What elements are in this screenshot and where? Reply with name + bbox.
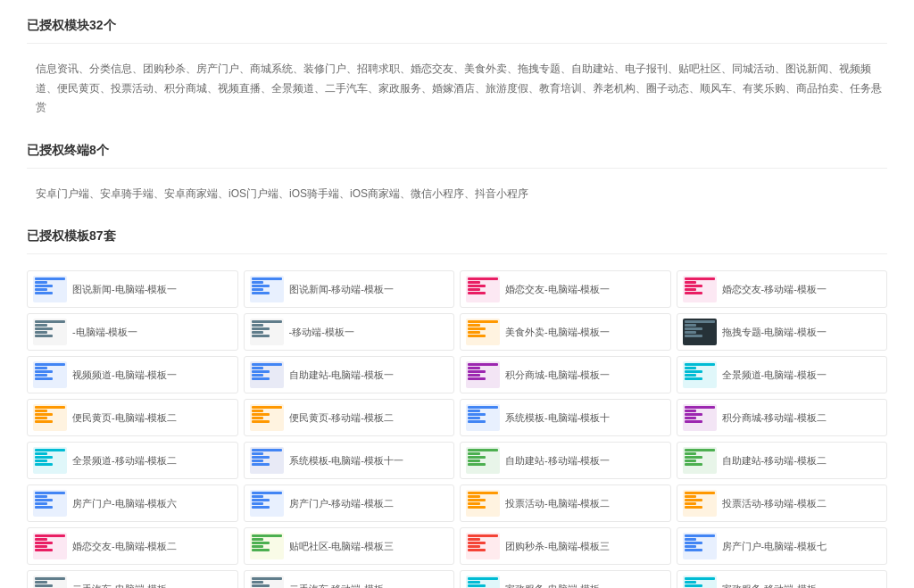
template-thumbnail (466, 533, 500, 559)
template-item[interactable]: 二手汽车-移动端-模板一 (244, 570, 455, 588)
authorized-templates-section: 已授权模板87套 图说新闻-电脑端-模板一图说新闻-移动端-模板一婚恋交友-电脑… (27, 228, 887, 588)
template-thumbnail (33, 490, 67, 517)
template-thumbnail (33, 276, 67, 302)
template-thumbnail (250, 447, 284, 474)
template-item[interactable]: 积分商城-移动端-模板二 (677, 399, 888, 436)
template-name: 家政服务-移动端-模板一 (722, 583, 827, 588)
authorized-modules-section: 已授权模块32个 信息资讯、分类信息、团购秒杀、房产门户、商城系统、装修门户、招… (27, 18, 887, 118)
template-name: 便民黄页-移动端-模板二 (289, 411, 394, 424)
template-item[interactable]: 贴吧社区-电脑端-模板三 (244, 527, 455, 565)
template-item[interactable]: 全景频道-移动端-模板二 (27, 442, 238, 479)
template-thumbnail (466, 404, 500, 431)
template-thumbnail (250, 490, 284, 517)
template-thumbnail (683, 533, 717, 559)
divider-2 (27, 168, 887, 169)
template-item[interactable]: 团购秒杀-电脑端-模板三 (460, 527, 671, 565)
template-name: 积分商城-电脑端-模板一 (505, 369, 610, 381)
template-item[interactable]: -电脑端-模板一 (27, 313, 238, 351)
template-name: -移动端-模板一 (289, 326, 354, 338)
template-thumbnail (466, 361, 500, 388)
template-name: 系统模板-电脑端-模板十一 (289, 454, 403, 467)
template-thumbnail (250, 276, 284, 302)
template-thumbnail (683, 361, 717, 388)
divider-1 (27, 43, 887, 44)
authorized-terminals-content: 安卓门户端、安卓骑手端、安卓商家端、iOS门户端、iOS骑手端、iOS商家端、微… (27, 185, 887, 204)
template-name: 婚恋交友-电脑端-模板一 (505, 283, 610, 295)
template-item[interactable]: 全景频道-电脑端-模板一 (677, 356, 888, 393)
template-thumbnail (33, 319, 67, 345)
template-thumbnail (683, 276, 717, 302)
template-thumbnail (683, 447, 717, 474)
authorized-modules-title: 已授权模块32个 (27, 18, 887, 34)
template-name: 系统模板-电脑端-模板十 (505, 411, 610, 424)
template-name: 自助建站-移动端-模板一 (505, 454, 610, 467)
template-name: 家政服务-电脑端-模板一 (505, 583, 610, 588)
template-thumbnail (250, 361, 284, 388)
template-item[interactable]: 积分商城-电脑端-模板一 (460, 356, 671, 393)
authorized-terminals-title: 已授权终端8个 (27, 143, 887, 159)
template-name: 贴吧社区-电脑端-模板三 (289, 540, 394, 552)
template-item[interactable]: 婚恋交友-移动端-模板一 (677, 270, 888, 308)
template-thumbnail (33, 533, 67, 559)
divider-3 (27, 253, 887, 254)
template-thumbnail (33, 447, 67, 474)
template-item[interactable]: 自助建站-移动端-模板二 (677, 442, 888, 479)
template-name: 婚恋交友-移动端-模板一 (722, 283, 827, 295)
template-thumbnail (33, 361, 67, 388)
template-item[interactable]: 投票活动-移动端-模板二 (677, 484, 888, 522)
template-name: -电脑端-模板一 (72, 326, 137, 338)
template-item[interactable]: 图说新闻-电脑端-模板一 (27, 270, 238, 308)
template-item[interactable]: 家政服务-电脑端-模板一 (460, 570, 671, 588)
authorized-modules-content: 信息资讯、分类信息、团购秒杀、房产门户、商城系统、装修门户、招聘求职、婚恋交友、… (27, 60, 887, 118)
template-name: 便民黄页-电脑端-模板二 (72, 411, 177, 424)
template-item[interactable]: 房产门户-移动端-模板二 (244, 484, 455, 522)
template-name: 图说新闻-移动端-模板一 (289, 283, 394, 295)
template-item[interactable]: 房产门户-电脑端-模板六 (27, 484, 238, 522)
template-name: 拖拽专题-电脑端-模板一 (722, 326, 827, 338)
template-item[interactable]: 婚恋交友-电脑端-模板二 (27, 527, 238, 565)
template-item[interactable]: -移动端-模板一 (244, 313, 455, 351)
template-item[interactable]: 拖拽专题-电脑端-模板一 (677, 313, 888, 351)
template-thumbnail (466, 490, 500, 517)
template-thumbnail (683, 576, 717, 588)
template-name: 自助建站-电脑端-模板一 (289, 369, 394, 381)
template-item[interactable]: 投票活动-电脑端-模板二 (460, 484, 671, 522)
template-name: 房产门户-移动端-模板二 (289, 497, 394, 509)
template-name: 投票活动-移动端-模板二 (722, 497, 827, 509)
template-item[interactable]: 便民黄页-移动端-模板二 (244, 399, 455, 436)
template-item[interactable]: 视频频道-电脑端-模板一 (27, 356, 238, 393)
template-thumbnail (683, 490, 717, 517)
template-thumbnail (466, 319, 500, 345)
template-name: 二手汽车-移动端-模板一 (289, 583, 394, 588)
template-thumbnail (250, 576, 284, 588)
template-name: 房产门户-电脑端-模板七 (722, 540, 827, 552)
template-thumbnail (466, 447, 500, 474)
template-item[interactable]: 婚恋交友-电脑端-模板一 (460, 270, 671, 308)
template-item[interactable]: 二手汽车-电脑端-模板一 (27, 570, 238, 588)
templates-grid: 图说新闻-电脑端-模板一图说新闻-移动端-模板一婚恋交友-电脑端-模板一婚恋交友… (27, 270, 887, 588)
template-name: 婚恋交友-电脑端-模板二 (72, 540, 177, 552)
template-name: 图说新闻-电脑端-模板一 (72, 283, 177, 295)
template-name: 自助建站-移动端-模板二 (722, 454, 827, 467)
template-item[interactable]: 系统模板-电脑端-模板十一 (244, 442, 455, 479)
template-thumbnail (250, 533, 284, 559)
template-item[interactable]: 系统模板-电脑端-模板十 (460, 399, 671, 436)
template-item[interactable]: 家政服务-移动端-模板一 (677, 570, 888, 588)
template-item[interactable]: 自助建站-电脑端-模板一 (244, 356, 455, 393)
template-name: 积分商城-移动端-模板二 (722, 411, 827, 424)
authorized-templates-title: 已授权模板87套 (27, 228, 887, 244)
template-name: 视频频道-电脑端-模板一 (72, 369, 177, 381)
template-name: 全景频道-电脑端-模板一 (722, 369, 827, 381)
template-item[interactable]: 自助建站-移动端-模板一 (460, 442, 671, 479)
template-item[interactable]: 图说新闻-移动端-模板一 (244, 270, 455, 308)
template-item[interactable]: 便民黄页-电脑端-模板二 (27, 399, 238, 436)
template-thumbnail (250, 319, 284, 345)
template-name: 美食外卖-电脑端-模板一 (505, 326, 610, 338)
template-item[interactable]: 房产门户-电脑端-模板七 (677, 527, 888, 565)
template-item[interactable]: 美食外卖-电脑端-模板一 (460, 313, 671, 351)
template-name: 二手汽车-电脑端-模板一 (72, 583, 177, 588)
template-thumbnail (33, 404, 67, 431)
template-name: 团购秒杀-电脑端-模板三 (505, 540, 610, 552)
template-thumbnail (33, 576, 67, 588)
template-name: 投票活动-电脑端-模板二 (505, 497, 610, 509)
